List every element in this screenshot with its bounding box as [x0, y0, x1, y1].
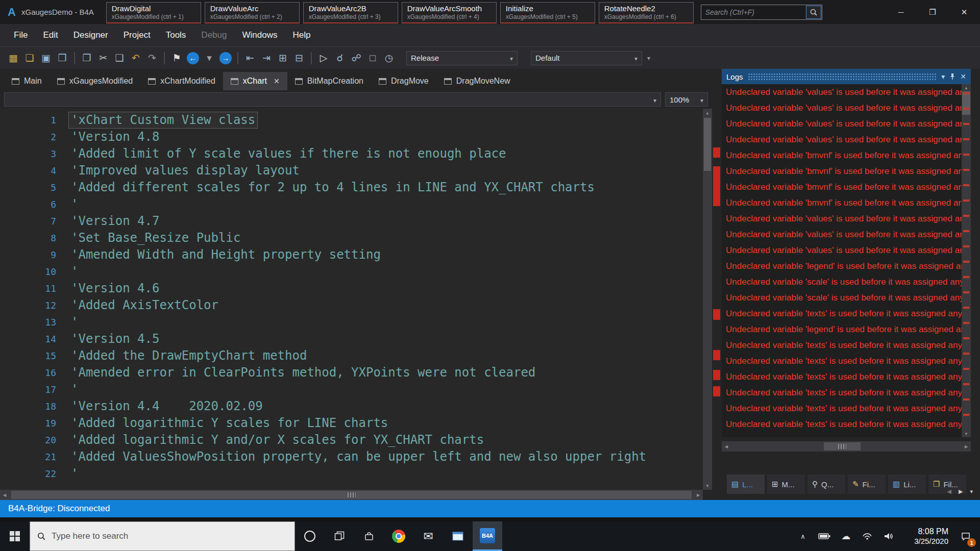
scrollbar-thumb[interactable] — [962, 91, 970, 115]
scroll-down-icon[interactable] — [703, 482, 712, 490]
connect-device-icon[interactable]: ☌ — [332, 51, 348, 66]
dock-tab[interactable]: ✎ Fi... — [848, 474, 886, 494]
code-line[interactable]: 14 'Version 4.5 — [0, 331, 703, 347]
stop-icon[interactable]: □ — [365, 51, 380, 66]
document-tab[interactable]: DragMoveNew ✕ — [436, 72, 518, 90]
editor-vertical-scrollbar[interactable] — [703, 109, 712, 490]
log-entry[interactable]: Undeclared variable 'values' is used bef… — [722, 100, 971, 116]
module-member-combo[interactable] — [4, 92, 661, 107]
code-line[interactable]: 1 'xChart Custom View class — [0, 112, 703, 129]
code-line[interactable]: 6 ' — [0, 196, 703, 213]
code-line[interactable]: 16 'Amended error in ClearPoints method,… — [0, 364, 703, 381]
pin-icon[interactable] — [949, 73, 955, 80]
scroll-up-icon[interactable] — [962, 84, 971, 91]
panel-splitter[interactable] — [712, 69, 722, 500]
log-entry[interactable]: Undeclared variable 'values' is used bef… — [722, 227, 971, 242]
uncomment-icon[interactable]: ⊟ — [291, 51, 307, 66]
code-line[interactable]: 7 'Version 4.7 — [0, 213, 703, 230]
document-tab[interactable]: BitMapCreation ✕ — [287, 72, 371, 90]
cortana-button[interactable] — [295, 521, 325, 551]
cut-icon[interactable]: ✂ — [95, 51, 111, 66]
quick-access-tab[interactable]: DrawValueArcSmooth xGaugesModified (ctrl… — [402, 2, 497, 23]
scroll-right-icon[interactable] — [694, 490, 703, 500]
close-button[interactable]: ✕ — [948, 0, 980, 24]
b4a-taskbar-button[interactable]: B4A — [473, 521, 502, 551]
tray-overflow-button[interactable]: ∧ — [792, 521, 814, 551]
log-entry[interactable]: Undeclared variable 'texts' is used befo… — [722, 385, 971, 400]
log-entry[interactable]: Undeclared variable 'values' is used bef… — [722, 132, 971, 147]
onedrive-button[interactable]: ☁ — [835, 521, 856, 551]
log-entry[interactable]: Undeclared variable 'texts' is used befo… — [722, 416, 971, 432]
close-panel-icon[interactable]: ✕ — [960, 72, 966, 81]
document-tab[interactable]: xGaugesModified ✕ — [50, 72, 141, 90]
code-line[interactable]: 3 'Added limit of Y scale values if ther… — [0, 145, 703, 162]
scroll-tabs-right-icon[interactable]: ▶ — [959, 488, 963, 495]
build-configuration-combo[interactable]: Release — [406, 51, 518, 65]
log-entry[interactable]: Undeclared variable 'bmvnf' is used befo… — [722, 147, 971, 163]
menu-item[interactable]: Help — [285, 24, 318, 46]
toolbar-overflow-icon[interactable]: ▾ — [647, 55, 650, 62]
chrome-button[interactable] — [384, 521, 413, 551]
taskbar-search-input[interactable] — [52, 531, 288, 541]
wireless-connect-icon[interactable]: ☍ — [349, 51, 364, 66]
quick-access-tab[interactable]: Initialize xGaugesModified (ctrl + 5) — [500, 2, 595, 23]
scrollbar-thumb[interactable] — [11, 491, 692, 499]
scroll-right-icon[interactable] — [962, 441, 971, 452]
dock-tab[interactable]: ⊞ M... — [767, 474, 805, 494]
log-entry[interactable]: Undeclared variable 'legend' is used bef… — [722, 321, 971, 337]
menu-item[interactable]: Edit — [35, 24, 65, 46]
dock-tab[interactable]: ▤ L... — [727, 474, 765, 494]
code-line[interactable]: 19 'Added logarithmic Y scales for LINE … — [0, 415, 703, 432]
menu-item[interactable]: Tools — [158, 24, 194, 46]
code-line[interactable]: 12 'Added AxisTextColor — [0, 297, 703, 314]
scrollbar-thumb[interactable] — [824, 442, 861, 450]
scroll-tabs-left-icon[interactable]: ◀ — [947, 488, 951, 495]
code-line[interactable]: 5 'Added different scales for 2 up to 4 … — [0, 179, 703, 196]
code-line[interactable]: 11 'Version 4.6 — [0, 280, 703, 297]
mail-button[interactable]: ✉ — [413, 521, 443, 551]
log-entry[interactable]: Undeclared variable 'values' is used bef… — [722, 211, 971, 227]
redo-icon[interactable]: ↷ — [144, 51, 160, 66]
bookmark-icon[interactable]: ⚑ — [169, 51, 184, 66]
taskbar-clock[interactable]: 8:08 PM 3/25/2020 — [899, 521, 951, 551]
log-entry[interactable]: Undeclared variable 'bmvnf' is used befo… — [722, 163, 971, 179]
code-line[interactable]: 21 'Added ValuesShowPosition property, c… — [0, 448, 703, 465]
document-tab[interactable]: xChartModified ✕ — [140, 72, 223, 90]
zoom-combo[interactable]: 100% — [665, 92, 708, 107]
log-entry[interactable]: Undeclared variable 'texts' is used befo… — [722, 369, 971, 385]
log-entry[interactable]: Undeclared variable 'bmvnf' is used befo… — [722, 179, 971, 195]
search-button[interactable] — [806, 6, 821, 19]
code-editor[interactable]: 1 'xChart Custom View class 2 'Version 4… — [0, 109, 712, 490]
paste-icon[interactable]: ❑ — [112, 51, 127, 66]
quick-access-tab[interactable]: DrawValueArc2B xGaugesModified (ctrl + 3… — [303, 2, 398, 23]
save-all-icon[interactable]: ❒ — [55, 51, 70, 66]
dock-tab[interactable]: ▥ Li... — [888, 474, 926, 494]
document-tab[interactable]: Main ✕ — [4, 72, 50, 90]
network-button[interactable] — [856, 521, 878, 551]
minimize-button[interactable]: ─ — [885, 0, 917, 24]
code-line[interactable]: 22 ' — [0, 465, 703, 482]
outdent-icon[interactable]: ⇤ — [242, 51, 258, 66]
log-entry[interactable]: Undeclared variable 'values' is used bef… — [722, 84, 971, 100]
log-entry[interactable]: Undeclared variable 'texts' is used befo… — [722, 337, 971, 353]
log-entry[interactable]: Undeclared variable 'scale' is used befo… — [722, 274, 971, 290]
code-line[interactable]: 8 'Set Base_Resize Public — [0, 230, 703, 246]
log-entry[interactable]: Undeclared variable 'texts' is used befo… — [722, 353, 971, 369]
log-entry[interactable]: Undeclared variable 'values' is used bef… — [722, 116, 971, 132]
volume-button[interactable] — [878, 521, 899, 551]
log-entry[interactable]: Undeclared variable 'scale' is used befo… — [722, 290, 971, 306]
task-view-button[interactable] — [325, 521, 354, 551]
quick-access-tab[interactable]: DrawDigital xGaugesModified (ctrl + 1) — [106, 2, 201, 23]
dock-tab[interactable]: ⚲ Q... — [807, 474, 845, 494]
images-icon[interactable]: ▦ — [6, 51, 21, 66]
code-line[interactable]: 4 'Improved values display layout — [0, 162, 703, 179]
document-tab[interactable]: DragMove ✕ — [371, 72, 436, 90]
menu-item[interactable]: File — [6, 24, 35, 46]
open-folder-icon[interactable]: ❏ — [22, 51, 37, 66]
indent-icon[interactable]: ⇥ — [259, 51, 274, 66]
search-input[interactable] — [701, 5, 806, 19]
panel-position-icon[interactable]: ▾ — [941, 72, 945, 81]
scroll-down-icon[interactable] — [962, 430, 971, 437]
undo-icon[interactable]: ↶ — [128, 51, 143, 66]
log-entry[interactable]: Undeclared variable 'bmvnf' is used befo… — [722, 195, 971, 211]
